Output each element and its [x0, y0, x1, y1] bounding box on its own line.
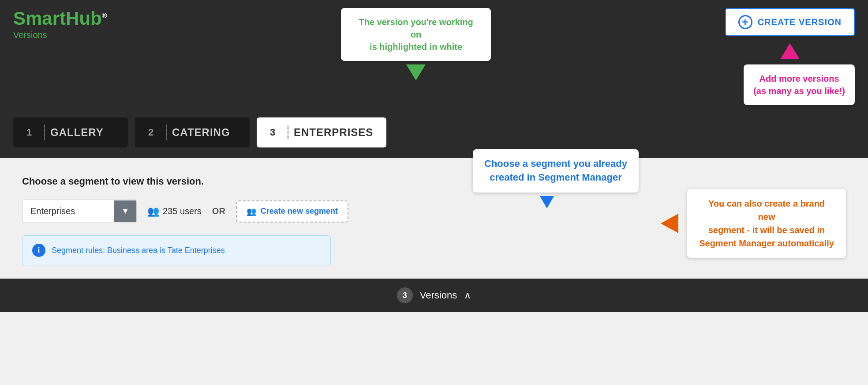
version-tab-1[interactable]: 1 GALLERY [13, 117, 128, 147]
users-count: 👥 235 users [147, 206, 202, 217]
create-segment-button[interactable]: 👥 Create new segment [236, 200, 348, 223]
arrow-down-blue-icon [540, 196, 554, 208]
tab-label-enterprises: ENTERPRISES [294, 126, 373, 139]
tab-label-catering: CATERING [172, 126, 230, 139]
segment-dropdown[interactable]: Enterprises ▼ [22, 200, 137, 223]
segment-choose-label: Choose a segment to view this version. [22, 176, 451, 187]
top-center-annotation: The version you're working on is highlig… [341, 8, 491, 80]
tab-number-3: 3 [270, 127, 282, 138]
callout-blue: Choose a segment you already created in … [473, 149, 639, 192]
create-segment-icon: 👥 [247, 207, 256, 216]
segment-info-text: Segment rules: Business area is Tate Ent… [52, 246, 225, 255]
version-tab-3[interactable]: 3 ENTERPRISES [257, 117, 386, 147]
users-icon: 👥 [147, 206, 159, 217]
page-wrapper: SmartHub® Versions The version you're wo… [0, 0, 868, 312]
logo: SmartHub® Versions [13, 8, 107, 40]
create-segment-label: Create new segment [261, 207, 338, 216]
logo-subtitle: Versions [13, 30, 107, 40]
logo-smart: Smart [13, 8, 66, 29]
arrow-down-green-icon [406, 64, 426, 80]
top-section: SmartHub® Versions The version you're wo… [0, 0, 868, 117]
top-right-area: + CREATE VERSION Add more versions (as m… [725, 8, 855, 105]
logo-title: SmartHub® [13, 8, 107, 29]
tab-divider-3 [288, 125, 288, 140]
dropdown-arrow-icon[interactable]: ▼ [114, 200, 136, 222]
users-count-text: 235 users [163, 206, 202, 216]
tooltip-pink: Add more versions (as many as you like!) [744, 64, 855, 105]
tab-number-1: 1 [26, 127, 39, 138]
tab-number-2: 2 [148, 127, 161, 138]
plus-icon: + [738, 15, 752, 29]
segment-selected-value: Enterprises [22, 200, 114, 223]
create-version-button[interactable]: + CREATE VERSION [725, 8, 855, 36]
orange-callout-area: You can also create a brand new segment … [661, 189, 846, 258]
blue-callout-area: Choose a segment you already created in … [473, 149, 639, 208]
version-tab-2[interactable]: 2 CATERING [135, 117, 250, 147]
versions-badge: 3 [397, 287, 413, 303]
logo-registered: ® [102, 12, 107, 19]
info-icon: i [32, 244, 45, 257]
logo-hub: Hub [66, 8, 102, 29]
arrow-up-pink-icon [780, 43, 800, 59]
tab-label-gallery: GALLERY [50, 126, 104, 139]
segment-info-box: i Segment rules: Business area is Tate E… [22, 235, 331, 265]
segment-controls-area: Choose a segment to view this version. E… [22, 176, 451, 265]
callout-orange: You can also create a brand new segment … [687, 189, 846, 258]
create-version-label: CREATE VERSION [758, 17, 842, 27]
main-content: Choose a segment to view this version. E… [0, 158, 868, 279]
versions-bar: 1 GALLERY 2 CATERING 3 ENTERPRISES [0, 117, 868, 158]
tab-divider-2 [166, 125, 167, 140]
bottom-bar: 3 Versions ∧ [0, 279, 868, 312]
tab-divider-1 [44, 125, 45, 140]
arrow-left-orange-icon [661, 214, 678, 233]
or-separator: OR [212, 206, 225, 216]
chevron-up-icon[interactable]: ∧ [464, 290, 471, 301]
tooltip-green: The version you're working on is highlig… [341, 8, 491, 61]
segment-row: Enterprises ▼ 👥 235 users OR 👥 Create ne… [22, 200, 451, 223]
bottom-bar-versions-label: Versions [420, 290, 457, 301]
